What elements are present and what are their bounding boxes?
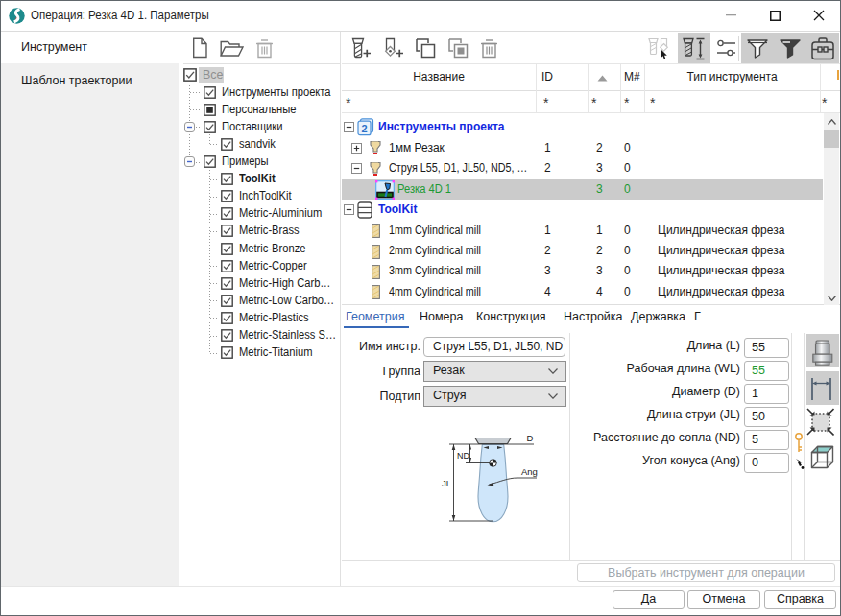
svg-text:JL: JL xyxy=(442,478,451,488)
svg-text:2: 2 xyxy=(361,123,367,134)
svg-text:ND: ND xyxy=(457,451,469,461)
svg-text:Ang: Ang xyxy=(521,466,538,477)
svg-text:D: D xyxy=(527,433,534,443)
